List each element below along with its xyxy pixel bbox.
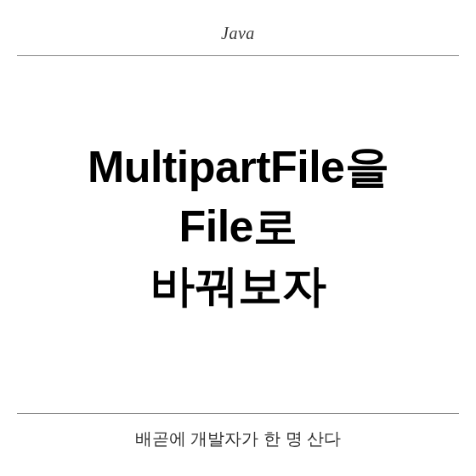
title-line-1: MultipartFile을 xyxy=(88,137,388,196)
main-content: MultipartFile을 File로 바꿔보자 xyxy=(0,39,476,413)
footer: 배곧에 개발자가 한 명 산다 xyxy=(0,414,476,476)
title-line-3: 바꿔보자 xyxy=(150,256,326,315)
subtitle: 배곧에 개발자가 한 명 산다 xyxy=(0,428,476,450)
title-line-2: File로 xyxy=(178,196,297,256)
header: Java xyxy=(0,0,476,43)
document-card: Java MultipartFile을 File로 바꿔보자 배곧에 개발자가 … xyxy=(0,0,476,476)
